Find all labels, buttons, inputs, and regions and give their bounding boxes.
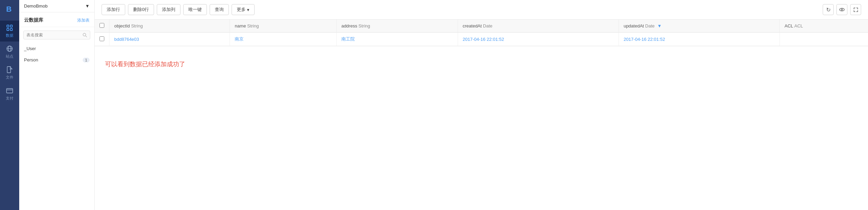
table-row: bdd8764e03 南京 南工院 2017-04-16 22:01:52 20…: [95, 33, 868, 46]
table-list: _User Person 1: [19, 43, 94, 210]
query-button[interactable]: 查询: [210, 4, 229, 15]
unique-key-button[interactable]: 唯一键: [183, 4, 207, 15]
svg-text:B: B: [6, 5, 12, 13]
cell-address: 南工院: [336, 33, 458, 46]
icon-navigation: B 数据 站点 文件 支付: [0, 0, 19, 210]
main-content: 添加行 删除0行 添加列 唯一键 查询 更多 ▾ ↻: [95, 0, 868, 210]
address-value: 南工院: [341, 36, 355, 42]
table-name-user: _User: [24, 46, 36, 51]
sidebar-title: 云数据库: [24, 17, 43, 23]
add-col-button[interactable]: 添加列: [157, 4, 180, 15]
col-updatedAt-type: Date: [645, 23, 655, 28]
search-icon: [82, 33, 87, 37]
app-name: DemoBmob: [24, 3, 48, 9]
table-search-input[interactable]: [26, 33, 82, 37]
expand-button[interactable]: [850, 4, 861, 15]
col-ACL: ACL ACL: [779, 20, 868, 33]
data-table-container: objectId String name String address Stri…: [95, 20, 868, 210]
col-ACL-label: ACL: [785, 23, 794, 28]
expand-icon: [853, 7, 858, 12]
row-checkbox[interactable]: [99, 36, 104, 41]
col-address-label: address: [341, 23, 359, 28]
name-value: 南京: [235, 36, 244, 42]
table-header-row: objectId String name String address Stri…: [95, 20, 868, 33]
row-checkbox-cell: [95, 33, 109, 46]
nav-item-site[interactable]: 站点: [0, 42, 19, 62]
logo: B: [3, 3, 16, 15]
svg-rect-1: [7, 25, 9, 27]
sidebar-item-user[interactable]: _User: [19, 43, 94, 54]
col-address-type: String: [359, 23, 370, 28]
select-all-checkbox[interactable]: [99, 23, 104, 28]
nav-item-pay[interactable]: 支付: [0, 83, 19, 104]
col-name: name String: [230, 20, 337, 33]
cell-updatedAt: 2017-04-16 22:01:52: [619, 33, 779, 46]
col-name-type: String: [247, 23, 259, 28]
col-createdAt-label: createdAt: [463, 23, 483, 28]
nav-data-label: 数据: [6, 33, 13, 38]
col-objectId-type: String: [131, 23, 143, 28]
sort-icon: ▼: [657, 23, 662, 28]
col-name-label: name: [235, 23, 247, 28]
sidebar-header: 云数据库 添加表: [19, 12, 94, 27]
col-ACL-type: ACL: [794, 23, 803, 28]
delete-rows-button[interactable]: 删除0行: [128, 4, 154, 15]
more-arrow-icon: ▾: [247, 7, 249, 12]
nav-item-data[interactable]: 数据: [0, 21, 19, 42]
createdAt-value: 2017-04-16 22:01:52: [463, 37, 504, 42]
svg-point-11: [83, 33, 86, 36]
toolbar: 添加行 删除0行 添加列 唯一键 查询 更多 ▾ ↻: [95, 0, 868, 20]
col-objectId: objectId String: [109, 20, 230, 33]
add-table-link[interactable]: 添加表: [77, 18, 90, 23]
annotation-area: 可以看到数据已经添加成功了: [95, 46, 868, 82]
svg-line-12: [86, 36, 87, 37]
objectId-link[interactable]: bdd8764e03: [114, 37, 139, 42]
select-all-header: [95, 20, 109, 33]
table-name-person: Person: [24, 57, 38, 62]
nav-site-label: 站点: [6, 54, 13, 59]
cell-objectId[interactable]: bdd8764e03: [109, 33, 230, 46]
col-updatedAt[interactable]: updatedAt Date ▼: [619, 20, 779, 33]
cell-ACL: [779, 33, 868, 46]
svg-point-13: [840, 8, 844, 11]
annotation-text: 可以看到数据已经添加成功了: [105, 60, 858, 68]
sidebar-search-container: [23, 31, 90, 39]
cell-name: 南京: [230, 33, 337, 46]
nav-pay-label: 支付: [6, 96, 13, 101]
col-updatedAt-label: updatedAt: [624, 23, 645, 28]
add-row-button[interactable]: 添加行: [102, 4, 125, 15]
refresh-button[interactable]: ↻: [823, 4, 834, 15]
eye-button[interactable]: [836, 4, 847, 15]
col-createdAt-type: Date: [483, 23, 492, 28]
col-createdAt: createdAt Date: [458, 20, 619, 33]
nav-item-file[interactable]: 文件: [0, 62, 19, 83]
refresh-icon: ↻: [826, 7, 831, 13]
chevron-down-icon: ▼: [85, 3, 90, 9]
data-table: objectId String name String address Stri…: [95, 20, 868, 46]
col-address: address String: [336, 20, 458, 33]
svg-rect-3: [7, 28, 9, 31]
eye-icon: [839, 7, 845, 12]
svg-rect-4: [10, 28, 12, 31]
svg-rect-2: [10, 25, 12, 27]
sidebar: DemoBmob ▼ 云数据库 添加表 _User Person 1: [19, 0, 95, 210]
more-label: 更多: [237, 7, 246, 13]
cell-createdAt: 2017-04-16 22:01:52: [458, 33, 619, 46]
updatedAt-value: 2017-04-16 22:01:52: [624, 37, 665, 42]
person-count: 1: [83, 58, 90, 62]
more-button[interactable]: 更多 ▾: [232, 4, 255, 15]
svg-point-14: [841, 9, 843, 10]
svg-rect-9: [7, 89, 13, 93]
nav-file-label: 文件: [6, 75, 13, 80]
app-selector[interactable]: DemoBmob ▼: [19, 0, 94, 12]
sidebar-item-person[interactable]: Person 1: [19, 54, 94, 66]
col-objectId-label: objectId: [114, 23, 131, 28]
